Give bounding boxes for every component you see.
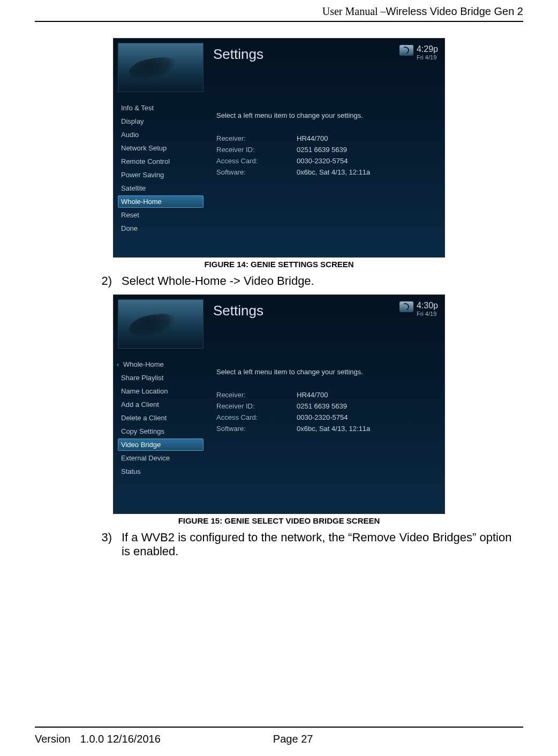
settings-title: Settings: [213, 303, 399, 319]
menu-copy-settings[interactable]: Copy Settings: [118, 425, 203, 437]
menu-delete-client[interactable]: Delete a Client: [118, 412, 203, 424]
screenshot-body: Info & Test Display Audio Network Setup …: [114, 97, 444, 257]
header-title: Wireless Video Bridge Gen 2: [386, 5, 523, 17]
menu-satellite[interactable]: Satellite: [118, 182, 203, 194]
step-3-text: If a WVB2 is configured to the network, …: [122, 531, 522, 558]
figure-14-caption: FIGURE 14: GENIE SETTINGS SCREEN: [35, 260, 523, 269]
step-2-number: 2): [99, 274, 112, 288]
clock-area: 4:30p Fri 4/19: [399, 300, 438, 317]
settings-content: Select a left menu item to change your s…: [203, 97, 444, 257]
instruction-text: Select a left menu item to change your s…: [216, 368, 436, 376]
menu-audio[interactable]: Audio: [118, 128, 203, 141]
row-access-card: Access Card:0030-2320-5754: [216, 157, 436, 165]
clock-area: 4:29p Fri 4/19: [399, 44, 438, 61]
row-software: Software:0x6bc, Sat 4/13, 12:11a: [216, 168, 436, 176]
figure-14-screenshot: Settings 4:29p Fri 4/19 Info & Test Disp…: [113, 38, 445, 258]
breadcrumb-whole-home[interactable]: Whole-Home: [118, 358, 203, 371]
step-2: 2) Select Whole-Home -> Video Bridge.: [99, 274, 522, 288]
row-receiver-id: Receiver ID:0251 6639 5639: [216, 402, 436, 410]
settings-content: Select a left menu item to change your s…: [203, 354, 444, 513]
menu-power-saving[interactable]: Power Saving: [118, 169, 203, 181]
screenshot-topbar: Settings 4:30p Fri 4/19: [114, 295, 444, 354]
row-software: Software:0x6bc, Sat 4/13, 12:11a: [216, 425, 436, 433]
instruction-text: Select a left menu item to change your s…: [216, 111, 436, 119]
settings-title: Settings: [213, 46, 399, 63]
menu-share-playlist[interactable]: Share Playlist: [118, 372, 203, 384]
figure-15-screenshot: Settings 4:30p Fri 4/19 Whole-Home Share…: [113, 294, 445, 514]
step-2-text: Select Whole-Home -> Video Bridge.: [122, 274, 314, 288]
menu-network-setup[interactable]: Network Setup: [118, 142, 203, 154]
clock-time: 4:29p: [417, 44, 438, 54]
menu-display[interactable]: Display: [118, 115, 203, 127]
directv-logo-icon: [399, 301, 413, 312]
screenshot-topbar: Settings 4:29p Fri 4/19: [114, 39, 444, 97]
menu-add-client[interactable]: Add a Client: [118, 398, 203, 411]
figure-15-caption: FIGURE 15: GENIE SELECT VIDEO BRIDGE SCR…: [35, 516, 523, 525]
footer-page-number: Page 27: [273, 733, 313, 745]
clock-date: Fri 4/19: [417, 311, 438, 317]
menu-video-bridge[interactable]: Video Bridge: [118, 439, 203, 451]
menu-whole-home[interactable]: Whole-Home: [118, 195, 203, 208]
menu-info-test[interactable]: Info & Test: [118, 102, 203, 114]
menu-name-location[interactable]: Name Location: [118, 385, 203, 397]
row-receiver: Receiver:HR44/700: [216, 134, 436, 142]
step-3-number: 3): [99, 531, 112, 558]
page-footer: Version 1.0.0 12/16/2016 Page 27: [35, 727, 523, 745]
menu-external-device[interactable]: External Device: [118, 452, 203, 464]
row-access-card: Access Card:0030-2320-5754: [216, 413, 436, 421]
video-preview: [118, 299, 203, 349]
settings-sidebar: Info & Test Display Audio Network Setup …: [118, 97, 203, 257]
row-receiver-id: Receiver ID:0251 6639 5639: [216, 146, 436, 154]
directv-logo-icon: [399, 45, 413, 56]
page-header: User Manual –Wireless Video Bridge Gen 2: [35, 0, 523, 22]
step-3: 3) If a WVB2 is configured to the networ…: [99, 531, 522, 558]
header-prefix: User Manual –: [322, 5, 386, 17]
menu-reset[interactable]: Reset: [118, 209, 203, 221]
menu-status[interactable]: Status: [118, 465, 203, 478]
menu-done[interactable]: Done: [118, 222, 203, 235]
clock-time: 4:30p: [417, 300, 438, 311]
video-preview: [118, 43, 203, 92]
footer-version-label: Version: [35, 733, 71, 745]
screenshot-body: Whole-Home Share Playlist Name Location …: [114, 354, 444, 513]
settings-sidebar: Whole-Home Share Playlist Name Location …: [118, 354, 203, 513]
row-receiver: Receiver:HR44/700: [216, 391, 436, 399]
footer-version-value: 1.0.0 12/16/2016: [80, 733, 161, 745]
clock-date: Fri 4/19: [417, 54, 438, 61]
menu-remote-control[interactable]: Remote Control: [118, 155, 203, 168]
